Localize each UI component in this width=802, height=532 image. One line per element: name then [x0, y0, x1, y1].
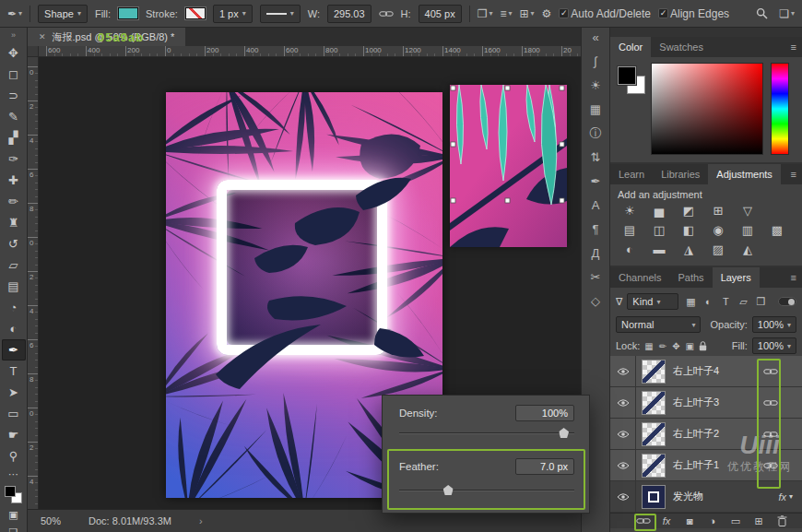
fill-swatch[interactable]	[118, 7, 138, 19]
layer-name[interactable]: 右上叶子4	[673, 364, 719, 378]
density-slider-handle[interactable]	[559, 428, 569, 438]
horizontal-ruler[interactable]: 6004002000200400600800100012001400160018…	[39, 46, 581, 57]
new-adjustment-layer-button[interactable]: ◑	[705, 515, 720, 526]
tab-paths[interactable]: Paths	[669, 267, 712, 288]
density-input[interactable]: 100%	[515, 405, 574, 421]
layer-filter-toggle[interactable]	[778, 297, 796, 306]
shape-width-input[interactable]: 295.03	[327, 5, 372, 23]
tool-preset-picker[interactable]: ✒ ▾	[7, 7, 22, 20]
hue-slider[interactable]	[771, 63, 789, 155]
panel-menu-icon[interactable]: ≡	[791, 41, 796, 53]
quick-mask-icon[interactable]: ▣	[8, 509, 18, 521]
paragraph-panel-icon[interactable]: ¶	[593, 223, 599, 235]
brush-settings-panel-icon[interactable]: ✒	[591, 175, 601, 187]
path-operations-button[interactable]: ❐ ▾	[478, 7, 493, 20]
stroke-style-dropdown[interactable]: ▾	[260, 5, 301, 23]
tab-swatches[interactable]: Swatches	[651, 37, 712, 57]
density-slider[interactable]	[399, 427, 574, 438]
screen-mode-icon[interactable]: ❏	[9, 526, 18, 532]
new-group-button[interactable]: ▭	[728, 515, 743, 527]
shape-mode-dropdown[interactable]: Shape ▾	[38, 5, 88, 23]
brush-tool[interactable]: ✏	[2, 191, 26, 212]
tab-layers[interactable]: Layers	[713, 267, 760, 288]
layer-visibility-toggle[interactable]	[610, 450, 636, 480]
move-tool[interactable]: ✥	[2, 42, 26, 64]
layer-visibility-toggle[interactable]	[610, 356, 636, 386]
curves-panel-icon[interactable]: ∫	[594, 55, 597, 67]
new-layer-button[interactable]: ⊞	[751, 515, 766, 527]
link-dimensions-icon[interactable]	[379, 9, 394, 18]
saturation-brightness-field[interactable]	[651, 63, 763, 155]
ruler-origin-corner[interactable]	[28, 46, 39, 57]
path-selection-tool[interactable]: ➤	[2, 382, 26, 403]
collapse-toolbar-icon[interactable]: »	[11, 28, 16, 42]
adjustment-levels-icon[interactable]: ▅	[647, 203, 671, 219]
foreground-background-swatches[interactable]	[618, 66, 645, 94]
marquee-tool[interactable]: ◻	[2, 64, 26, 85]
lock-pixels-icon[interactable]: ✏	[659, 341, 666, 351]
opacity-input[interactable]: 100% ▾	[752, 316, 796, 333]
adjustment-posterize-icon[interactable]: ▬	[647, 242, 671, 257]
character-panel-icon[interactable]: A	[592, 199, 600, 211]
glyphs-panel-icon[interactable]: Д	[592, 247, 600, 259]
stroke-swatch[interactable]	[185, 7, 206, 19]
quick-selection-tool[interactable]: ✎	[2, 106, 26, 127]
filter-type-layers-icon[interactable]: T	[718, 296, 733, 308]
layer-visibility-toggle[interactable]	[610, 481, 636, 512]
layer-effects-button[interactable]: fx	[659, 515, 674, 526]
layer-visibility-toggle[interactable]	[610, 387, 636, 418]
lock-artboard-icon[interactable]: ▣	[686, 341, 694, 351]
layer-name[interactable]: 右上叶子1	[673, 458, 719, 472]
info-panel-icon[interactable]: ⓘ	[590, 127, 602, 139]
swatches-panel-icon[interactable]: ▦	[590, 103, 601, 115]
panel-menu-icon[interactable]: ≡	[791, 272, 796, 283]
rectangle-tool[interactable]: ▭	[2, 403, 26, 424]
3d-panel-icon[interactable]: ◇	[591, 295, 600, 307]
eraser-tool[interactable]: ▱	[2, 254, 26, 276]
adjustment-color-balance-icon[interactable]: ◫	[647, 222, 671, 238]
workspace-switcher[interactable]: ❏ ▾	[779, 7, 795, 20]
adjustment-exposure-icon[interactable]: ⊞	[706, 203, 730, 219]
path-alignment-button[interactable]: ≡ ▾	[500, 7, 512, 20]
gear-button[interactable]: ⚙	[542, 7, 552, 20]
blur-tool[interactable]: ◔	[2, 297, 26, 318]
stroke-width-input[interactable]: 1 px ▾	[213, 5, 253, 23]
layer-name[interactable]: 右上叶子3	[673, 396, 719, 409]
adjustment-black-white-icon[interactable]: ◧	[677, 222, 701, 238]
tab-channels[interactable]: Channels	[610, 267, 669, 288]
zoom-tool[interactable]: ⚲	[2, 445, 26, 467]
path-arrangement-button[interactable]: ⊞ ▾	[519, 7, 534, 20]
layer-fx-badge[interactable]: fx ▾	[778, 491, 793, 502]
lasso-tool[interactable]: ⊃	[2, 85, 26, 106]
layer-visibility-toggle[interactable]	[610, 419, 636, 449]
layer-thumbnail[interactable]	[642, 454, 666, 478]
adjustments-panel-icon[interactable]: ☀	[590, 79, 601, 91]
filter-shape-layers-icon[interactable]: ▱	[736, 296, 750, 308]
lock-transparency-icon[interactable]: ▦	[644, 341, 653, 351]
adjustment-gradient-map-icon[interactable]: ▨	[706, 242, 730, 257]
blend-mode-dropdown[interactable]: Normal ▾	[616, 316, 701, 333]
align-edges-checkbox[interactable]: ✓ Align Edges	[658, 7, 729, 20]
history-brush-tool[interactable]: ↺	[2, 233, 26, 254]
add-layer-mask-button[interactable]: ◙	[682, 515, 697, 526]
adjustment-curves-icon[interactable]: ◩	[677, 203, 701, 219]
auto-add-delete-checkbox[interactable]: ✓ Auto Add/Delete	[559, 7, 651, 20]
foreground-background-swatches[interactable]	[5, 486, 22, 503]
delete-layer-button[interactable]	[774, 515, 789, 526]
clipboard-panel-icon[interactable]: ✂	[591, 271, 601, 283]
type-tool[interactable]: T	[2, 361, 26, 382]
shape-height-input[interactable]: 405 px	[419, 5, 462, 23]
filter-smart-objects-icon[interactable]: ❒	[753, 296, 768, 308]
layer-name[interactable]: 右上叶子2	[673, 427, 719, 441]
layer-thumbnail[interactable]	[642, 422, 666, 446]
layer-filter-kind-dropdown[interactable]: Kind ▾	[627, 293, 678, 310]
adjustment-vibrance-icon[interactable]: ▽	[736, 203, 760, 219]
adjustment-threshold-icon[interactable]: ◮	[677, 242, 701, 257]
foreground-color-swatch[interactable]	[618, 66, 636, 85]
dodge-tool[interactable]: ◐	[2, 318, 26, 339]
tab-color[interactable]: Color	[610, 37, 651, 57]
adjustment-channel-mixer-icon[interactable]: ▥	[736, 222, 760, 238]
status-chevron-icon[interactable]: ›	[199, 515, 203, 526]
lock-all-icon[interactable]	[699, 341, 707, 351]
tab-learn[interactable]: Learn	[610, 164, 653, 184]
